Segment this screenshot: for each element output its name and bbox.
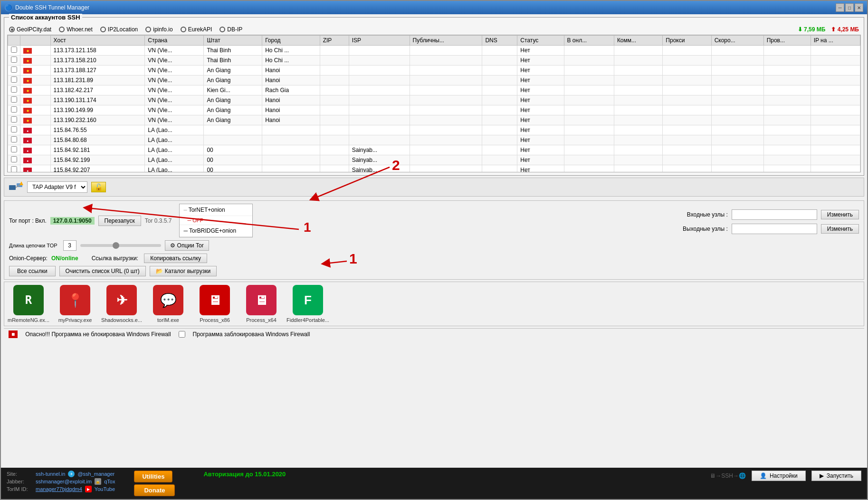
row-checkbox[interactable] <box>11 136 17 142</box>
table-row[interactable]: 115.84.92.181 LA (Lao... 00 Sainyab... Н… <box>8 145 860 155</box>
radio-whoer[interactable]: Whoer.net <box>59 26 93 33</box>
radio-ipinfo[interactable]: ipinfo.io <box>145 26 172 33</box>
row-checkbox[interactable] <box>11 96 17 103</box>
col-isp[interactable]: ISP <box>349 36 410 46</box>
table-row[interactable]: 113.173.121.158 VN (Vie... Thai Binh Ho … <box>8 46 860 56</box>
app-torim[interactable]: 💬 torIM.exe <box>147 285 190 323</box>
exit-nodes-change-btn[interactable]: Изменить <box>821 224 859 234</box>
table-row[interactable]: 113.173.188.127 VN (Vie... An Giang Hano… <box>8 66 860 75</box>
col-country[interactable]: Страна <box>145 36 204 46</box>
utilities-button[interactable]: Utilities <box>134 471 172 482</box>
table-row[interactable]: 113.190.131.174 VN (Vie... An Giang Hano… <box>8 95 860 105</box>
jabber-val[interactable]: sshmanager@exploit.im <box>36 479 92 484</box>
col-zip[interactable]: ZIP <box>320 36 349 46</box>
table-row[interactable]: 113.190.149.99 VN (Vie... An Giang Hanoi… <box>8 105 860 115</box>
tor-options-button[interactable]: ⚙ Опции Tor <box>165 240 209 251</box>
tg-handle[interactable]: @ssh_manager <box>77 471 114 477</box>
row-checkbox[interactable] <box>11 106 17 113</box>
table-row[interactable]: 115.84.92.199 LA (Lao... 00 Sainyab... Н… <box>8 155 860 165</box>
all-links-button[interactable]: Все ссылки <box>9 266 56 276</box>
close-button[interactable]: ✕ <box>855 3 863 12</box>
table-row[interactable]: 113.182.42.217 VN (Vie... Kien Gi... Rac… <box>8 85 860 95</box>
row-checkbox-cell[interactable] <box>8 105 20 115</box>
table-row[interactable]: 113.173.158.210 VN (Vie... Thai Binh Ho … <box>8 56 860 66</box>
start-button[interactable]: ▶ Запустить <box>811 471 861 481</box>
entry-nodes-change-btn[interactable]: Изменить <box>821 210 859 219</box>
chain-num-input[interactable] <box>63 240 76 251</box>
row-checkbox[interactable] <box>11 166 17 172</box>
catalog-button[interactable]: 📂 Каталог выгрузки <box>150 266 217 276</box>
app-shadowsocks[interactable]: ✈ Shadowsocks.e... <box>100 285 143 323</box>
donate-button[interactable]: Donate <box>134 484 175 496</box>
row-checkbox[interactable] <box>11 76 17 83</box>
app-process-x64[interactable]: 🖥 Process_x64 <box>240 285 283 323</box>
row-checkbox-cell[interactable] <box>8 56 20 66</box>
col-host[interactable]: Хост <box>50 36 145 46</box>
tor-option-bridge[interactable]: ─ TorBRIDGE+onion <box>180 225 252 237</box>
row-checkbox-cell[interactable] <box>8 125 20 135</box>
row-checkbox-cell[interactable] <box>8 95 20 105</box>
tap-adapter-select[interactable]: TAP Adapter V9 f <box>27 181 87 193</box>
firewall-checkbox[interactable] <box>179 331 185 338</box>
col-status[interactable]: Статус <box>517 36 564 46</box>
qtox-label[interactable]: qTox <box>104 479 115 484</box>
lock-button[interactable]: 🔓 <box>91 182 106 192</box>
youtube-label[interactable]: YouTube <box>95 486 115 492</box>
col-public[interactable]: Публичны... <box>410 36 482 46</box>
app-fiddler[interactable]: F Fiddler4Portable... <box>286 285 329 323</box>
row-checkbox[interactable] <box>11 57 17 63</box>
row-checkbox[interactable] <box>11 126 17 132</box>
row-checkbox-cell[interactable] <box>8 135 20 145</box>
row-checkbox-cell[interactable] <box>8 165 20 173</box>
maximize-button[interactable]: □ <box>845 3 854 12</box>
site-url[interactable]: ssh-tunnel.in <box>36 471 65 477</box>
col-state[interactable]: Штат <box>204 36 262 46</box>
tor-option-off[interactable]: ─ OFF <box>180 216 252 225</box>
row-checkbox-cell[interactable] <box>8 75 20 85</box>
app-process-x86[interactable]: 🖥 Process_x86 <box>193 285 236 323</box>
exit-nodes-input[interactable] <box>732 224 817 234</box>
table-row[interactable]: 115.84.80.68 LA (Lao... Нет <box>8 135 860 145</box>
row-checkbox[interactable] <box>11 47 17 53</box>
row-checkbox-cell[interactable] <box>8 115 20 125</box>
row-checkbox-cell[interactable] <box>8 155 20 165</box>
table-row[interactable]: 115.84.92.207 LA (Lao... 00 Sainyab... Н… <box>8 165 860 173</box>
chain-slider-thumb[interactable] <box>113 242 119 249</box>
row-checkbox-cell[interactable] <box>8 66 20 75</box>
radio-eurekapi[interactable]: EurekAPI <box>181 26 212 33</box>
torim-val[interactable]: manager77bjdqdm4 <box>36 486 82 492</box>
tor-option-tornet[interactable]: ─ TorNET+onion <box>180 204 252 216</box>
radio-geolpcity[interactable]: GeolPCity.dat <box>9 26 51 33</box>
col-dns[interactable]: DNS <box>482 36 517 46</box>
col-comm[interactable]: Комм... <box>614 36 662 46</box>
app-myprivacy[interactable]: 📍 myPrivacy.exe <box>54 285 96 323</box>
row-checkbox[interactable] <box>11 66 17 73</box>
chain-slider-track[interactable] <box>80 244 161 247</box>
copy-link-button[interactable]: Копировать ссылку <box>144 254 207 263</box>
col-ipha[interactable]: IP на ... <box>811 36 860 46</box>
row-checkbox[interactable] <box>11 86 17 93</box>
row-checkbox[interactable] <box>11 156 17 162</box>
minimize-button[interactable]: ─ <box>836 3 844 12</box>
settings-button[interactable]: 👤 Настройки <box>752 471 806 481</box>
row-checkbox-cell[interactable] <box>8 145 20 155</box>
radio-ip2location[interactable]: IP2Location <box>100 26 138 33</box>
row-checkbox[interactable] <box>11 146 17 152</box>
row-checkbox[interactable] <box>11 116 17 123</box>
col-speed[interactable]: Скоро... <box>711 36 763 46</box>
row-checkbox-cell[interactable] <box>8 46 20 56</box>
tor-restart-button[interactable]: Перезапуск <box>98 216 141 226</box>
app-mremoteng[interactable]: R mRemoteNG.ex... <box>7 285 50 323</box>
col-city[interactable]: Город <box>262 36 320 46</box>
col-proxy[interactable]: Прокси <box>663 36 711 46</box>
col-prov[interactable]: Пров... <box>763 36 811 46</box>
table-row[interactable]: 113.181.231.89 VN (Vie... An Giang Hanoi… <box>8 75 860 85</box>
table-row[interactable]: 113.190.232.160 VN (Vie... An Giang Hano… <box>8 115 860 125</box>
radio-dbip[interactable]: DB-IP <box>219 26 242 33</box>
col-online[interactable]: В онл... <box>564 36 614 46</box>
row-checkbox-cell[interactable] <box>8 85 20 95</box>
table-row[interactable]: 115.84.76.55 LA (Lao... Нет <box>8 125 860 135</box>
clear-urls-button[interactable]: Очистить список URL (0 шт) <box>59 266 146 276</box>
entry-nodes-input[interactable] <box>732 209 817 220</box>
hosts-table-container[interactable]: Хост Страна Штат Город ZIP ISP Публичны.… <box>7 35 861 172</box>
